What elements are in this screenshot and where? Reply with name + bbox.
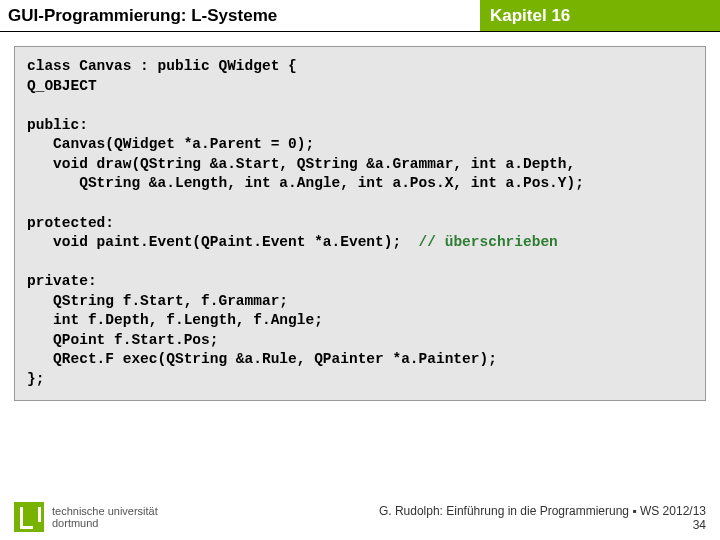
code-line: class Canvas : public QWidget {: [27, 58, 297, 74]
code-line: Q_OBJECT: [27, 78, 97, 94]
slide-credit: G. Rudolph: Einführung in die Programmie…: [379, 504, 706, 532]
code-line: public:: [27, 117, 88, 133]
code-line: private:: [27, 273, 97, 289]
code-line: };: [27, 371, 44, 387]
uni-line2: dortmund: [52, 517, 158, 529]
code-line: protected:: [27, 215, 114, 231]
credit-text: G. Rudolph: Einführung in die Programmie…: [379, 504, 706, 518]
university-logo: technische universität dortmund: [14, 502, 158, 532]
page-number: 34: [379, 518, 706, 532]
code-line: QRect.F exec(QString &a.Rule, QPainter *…: [27, 351, 497, 367]
code-block: class Canvas : public QWidget { Q_OBJECT…: [14, 46, 706, 401]
university-name: technische universität dortmund: [52, 505, 158, 529]
code-line: void paint.Event(QPaint.Event *a.Event);: [27, 234, 419, 250]
code-line: int f.Depth, f.Length, f.Angle;: [27, 312, 323, 328]
code-line: Canvas(QWidget *a.Parent = 0);: [27, 136, 314, 152]
slide-header: GUI-Programmierung: L-Systeme Kapitel 16: [0, 0, 720, 32]
code-comment: // überschrieben: [419, 234, 558, 250]
tu-logo-icon: [14, 502, 44, 532]
code-line: QString &a.Length, int a.Angle, int a.Po…: [27, 175, 584, 191]
code-line: QString f.Start, f.Grammar;: [27, 293, 288, 309]
uni-line1: technische universität: [52, 505, 158, 517]
header-title-left: GUI-Programmierung: L-Systeme: [0, 0, 480, 31]
header-title-right: Kapitel 16: [480, 0, 720, 31]
code-line: void draw(QString &a.Start, QString &a.G…: [27, 156, 575, 172]
slide-footer: technische universität dortmund G. Rudol…: [0, 502, 720, 532]
code-line: QPoint f.Start.Pos;: [27, 332, 218, 348]
